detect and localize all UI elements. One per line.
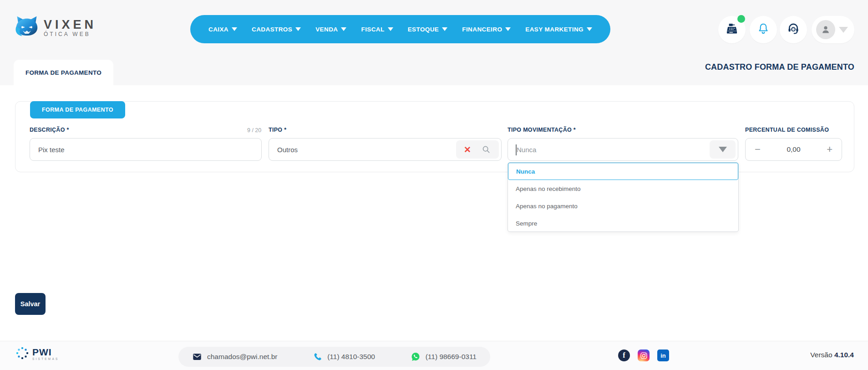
social-links: f in <box>618 349 669 361</box>
pwi-mark-icon <box>15 346 29 362</box>
footer: PWI SISTEMAS chamados@pwi.net.br <box>0 341 868 370</box>
tipo-movimentacao-combobox <box>508 138 738 161</box>
chevron-down-icon <box>388 27 393 31</box>
tipo-field-box: ✕ <box>269 138 502 161</box>
tipo-movimentacao-dropdown: Nunca Apenas no recebimento Apenas no pa… <box>508 162 739 232</box>
descricao-field-box <box>30 138 262 161</box>
tab-forma-de-pagamento[interactable]: FORMA DE PAGAMENTO <box>14 60 113 85</box>
dropdown-toggle-button[interactable] <box>710 140 736 159</box>
text-cursor <box>516 144 517 155</box>
pwi-name: PWI <box>32 347 59 357</box>
dropdown-option-sempre[interactable]: Sempre <box>508 215 738 232</box>
dropdown-option-apenas-no-recebimento[interactable]: Apenas no recebimento <box>508 180 738 197</box>
avatar <box>816 20 835 39</box>
nav-item-cadastros[interactable]: CADASTROS <box>252 26 301 33</box>
contact-bar: chamados@pwi.net.br (11) 4810-3500 <box>178 347 490 367</box>
save-button[interactable]: Salvar <box>15 293 46 315</box>
email-contact[interactable]: chamados@pwi.net.br <box>192 352 277 362</box>
instagram-icon[interactable] <box>638 349 650 361</box>
phone-text: (11) 4810-3500 <box>327 353 375 361</box>
chevron-down-icon <box>341 27 346 31</box>
header: VIXEN ÓTICA WEB CAIXA CADASTROS VENDA FI… <box>0 0 868 85</box>
phone-icon <box>313 352 322 362</box>
phone-contact[interactable]: (11) 4810-3500 <box>313 352 375 362</box>
brand-logo[interactable]: VIXEN ÓTICA WEB <box>14 15 96 41</box>
linkedin-icon[interactable]: in <box>657 349 669 361</box>
clear-icon[interactable]: ✕ <box>464 145 471 154</box>
whatsapp-contact[interactable]: (11) 98669-0311 <box>411 352 477 362</box>
section-chip: FORMA DE PAGAMENTO <box>30 101 125 118</box>
dropdown-option-apenas-no-pagamento[interactable]: Apenas no pagamento <box>508 197 738 215</box>
email-text: chamados@pwi.net.br <box>207 353 277 361</box>
cash-register-icon <box>726 22 738 37</box>
decrement-button[interactable]: − <box>755 144 761 154</box>
chevron-down-icon <box>505 27 511 31</box>
percentual-label: PERCENTUAL DE COMISSÃO <box>745 127 829 133</box>
whatsapp-icon <box>411 352 421 362</box>
support-button[interactable] <box>780 16 807 43</box>
headset-icon <box>787 22 800 37</box>
tipo-movimentacao-label: TIPO MOVIMENTAÇÃO * <box>508 127 576 133</box>
facebook-icon[interactable]: f <box>618 349 630 361</box>
cash-register-button[interactable] <box>718 16 746 43</box>
form-card: FORMA DE PAGAMENTO <box>15 101 854 172</box>
search-icon[interactable] <box>481 144 491 154</box>
status-badge <box>737 15 745 23</box>
fox-logo-icon <box>14 15 40 41</box>
dropdown-option-nunca[interactable]: Nunca <box>508 163 738 180</box>
tipo-tools: ✕ <box>456 140 499 159</box>
page: VIXEN ÓTICA WEB CAIXA CADASTROS VENDA FI… <box>0 0 868 370</box>
nav-item-financeiro[interactable]: FINANCEIRO <box>462 26 511 33</box>
increment-button[interactable]: + <box>827 144 832 154</box>
nav-item-easy-marketing[interactable]: EASY MARKETING <box>525 26 592 33</box>
tipo-movimentacao-input[interactable] <box>508 139 738 160</box>
page-title: CADASTRO FORMA DE PAGAMENTO <box>705 62 854 72</box>
pwi-subtitle: SISTEMAS <box>32 358 59 361</box>
user-menu[interactable] <box>812 16 854 43</box>
descricao-counter: 9 / 20 <box>247 127 261 134</box>
descricao-label: DESCRIÇÃO * <box>30 127 69 133</box>
tipo-label: TIPO * <box>269 127 286 133</box>
descricao-input[interactable] <box>30 139 261 160</box>
chevron-down-icon <box>719 147 727 152</box>
percentual-stepper: − 0,00 + <box>745 138 842 161</box>
nav-item-venda[interactable]: VENDA <box>315 26 346 33</box>
version-number: 4.10.4 <box>834 351 854 359</box>
chevron-down-icon <box>442 27 447 31</box>
nav-item-fiscal[interactable]: FISCAL <box>361 26 393 33</box>
nav-item-caixa[interactable]: CAIXA <box>208 26 237 33</box>
brand-tagline: ÓTICA WEB <box>44 31 96 37</box>
version-text: Versão 4.10.4 <box>810 351 854 359</box>
percentual-value[interactable]: 0,00 <box>787 145 800 154</box>
nav-item-estoque[interactable]: ESTOQUE <box>408 26 448 33</box>
main-nav: CAIXA CADASTROS VENDA FISCAL ESTOQUE FIN… <box>190 15 610 43</box>
pwi-logo[interactable]: PWI SISTEMAS <box>15 346 59 362</box>
notifications-button[interactable] <box>750 16 777 43</box>
chevron-down-icon <box>587 27 592 31</box>
bell-icon <box>757 22 770 37</box>
chevron-down-icon <box>839 27 848 33</box>
envelope-icon <box>192 352 202 362</box>
whatsapp-text: (11) 98669-0311 <box>426 353 477 361</box>
chevron-down-icon <box>232 27 237 31</box>
brand-name: VIXEN <box>44 19 96 31</box>
chevron-down-icon <box>295 27 301 31</box>
